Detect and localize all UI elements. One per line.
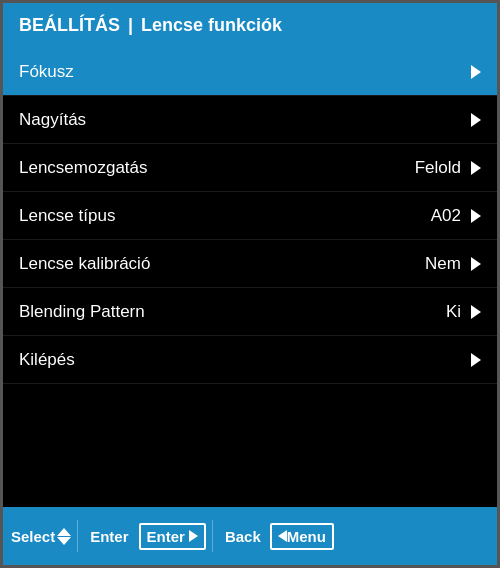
- menu-item-fokusz[interactable]: Fókusz: [3, 48, 497, 96]
- arrow-right-icon: [471, 305, 481, 319]
- menu-area: Fókusz Nagyítás Lencsemozgatás Felold Le…: [3, 48, 497, 507]
- back-label: Back: [219, 516, 267, 556]
- menu-item-right: [465, 65, 481, 79]
- menu-item-right: A02: [431, 206, 481, 226]
- menu-item-right: Nem: [425, 254, 481, 274]
- menu-item-label: Kilépés: [19, 350, 75, 370]
- header: BEÁLLÍTÁS | Lencse funkciók: [3, 3, 497, 48]
- menu-item-label: Blending Pattern: [19, 302, 145, 322]
- enter-button[interactable]: Enter: [139, 523, 206, 550]
- menu-item-right: Felold: [415, 158, 481, 178]
- menu-item-value: Ki: [446, 302, 461, 322]
- footer-divider: [77, 520, 78, 552]
- back-arrow-icon: [278, 530, 287, 542]
- menu-item-label: Lencsemozgatás: [19, 158, 148, 178]
- menu-item-kilepes[interactable]: Kilépés: [3, 336, 497, 384]
- select-area: Select: [11, 528, 71, 545]
- menu-item-right: [465, 113, 481, 127]
- footer-divider-2: [212, 520, 213, 552]
- enter-arrow-icon: [189, 530, 198, 542]
- arrow-right-icon: [471, 257, 481, 271]
- back-area: Back Menu: [219, 516, 334, 556]
- menu-label: Menu: [287, 528, 326, 545]
- menu-item-label: Lencse kalibráció: [19, 254, 150, 274]
- back-button[interactable]: Menu: [270, 523, 334, 550]
- footer-toolbar: Select Enter Enter Back Menu: [3, 507, 497, 565]
- arrow-right-icon: [471, 209, 481, 223]
- menu-item-lencsemozgatas[interactable]: Lencsemozgatás Felold: [3, 144, 497, 192]
- select-up-down-icon[interactable]: [57, 528, 71, 545]
- arrow-right-icon: [471, 113, 481, 127]
- menu-item-right: Ki: [446, 302, 481, 322]
- enter-text-label: Enter: [84, 516, 134, 556]
- menu-item-label: Fókusz: [19, 62, 74, 82]
- menu-item-label: Nagyítás: [19, 110, 86, 130]
- menu-item-value: A02: [431, 206, 461, 226]
- header-title: Lencse funkciók: [141, 15, 282, 36]
- select-label: Select: [11, 528, 55, 545]
- menu-item-label: Lencse típus: [19, 206, 115, 226]
- header-separator: |: [128, 15, 133, 36]
- menu-item-value: Felold: [415, 158, 461, 178]
- enter-box-label: Enter: [147, 528, 185, 545]
- screen: BEÁLLÍTÁS | Lencse funkciók Fókusz Nagyí…: [0, 0, 500, 568]
- menu-item-nagyitas[interactable]: Nagyítás: [3, 96, 497, 144]
- menu-item-lencse-tipus[interactable]: Lencse típus A02: [3, 192, 497, 240]
- arrow-right-icon: [471, 65, 481, 79]
- menu-item-value: Nem: [425, 254, 461, 274]
- arrow-down-icon: [57, 537, 71, 545]
- menu-item-right: [465, 353, 481, 367]
- arrow-up-icon: [57, 528, 71, 536]
- header-section: BEÁLLÍTÁS: [19, 15, 120, 36]
- menu-item-blending-pattern[interactable]: Blending Pattern Ki: [3, 288, 497, 336]
- enter-label: Enter: [90, 528, 128, 545]
- menu-item-lencse-kalibracio[interactable]: Lencse kalibráció Nem: [3, 240, 497, 288]
- arrow-right-icon: [471, 161, 481, 175]
- arrow-right-icon: [471, 353, 481, 367]
